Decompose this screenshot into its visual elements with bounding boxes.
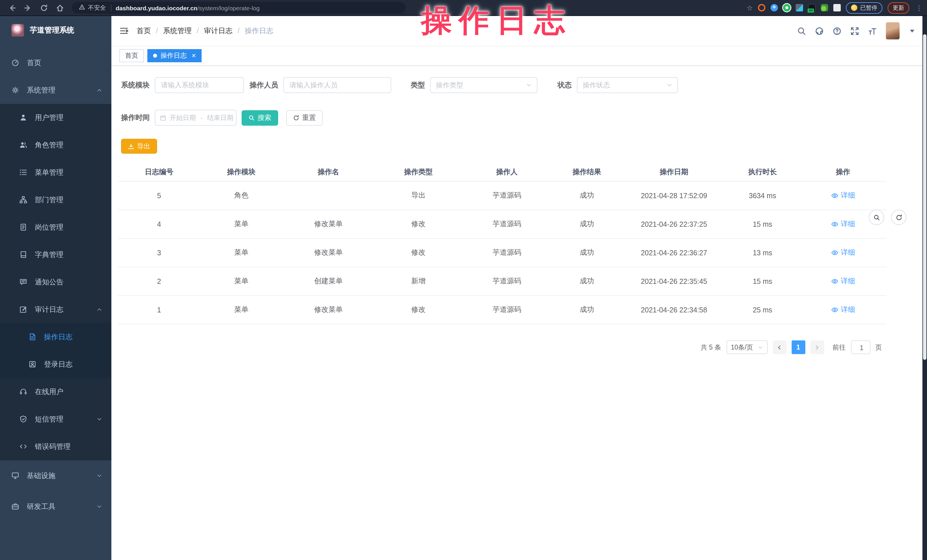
cell-name: 修改菜单 bbox=[283, 210, 374, 238]
col-date: 操作日期 bbox=[623, 163, 725, 181]
help-icon[interactable] bbox=[833, 27, 841, 35]
search-icon[interactable] bbox=[797, 27, 806, 35]
breadcrumb-system[interactable]: 系统管理 bbox=[163, 26, 191, 36]
avatar-caret-down-icon[interactable] bbox=[910, 29, 915, 32]
detail-link[interactable]: 详细 bbox=[831, 219, 855, 229]
cell-log-id: 2 bbox=[118, 267, 200, 296]
export-button[interactable]: 导出 bbox=[121, 139, 157, 154]
cell-module: 菜单 bbox=[200, 210, 283, 238]
prev-page-button[interactable] bbox=[772, 340, 786, 354]
sidebar-item-dict-mgmt[interactable]: 字典管理 bbox=[0, 241, 111, 269]
update-button[interactable]: 更新 bbox=[887, 2, 909, 14]
sidebar-item-login-log[interactable]: 登录日志 bbox=[0, 351, 111, 378]
detail-link[interactable]: 详细 bbox=[831, 276, 855, 286]
sidebar-item-online-users[interactable]: 在线用户 bbox=[0, 378, 111, 405]
cell-module: 菜单 bbox=[200, 296, 283, 324]
forward-icon[interactable] bbox=[24, 4, 32, 12]
extension-on-badge: on bbox=[808, 9, 814, 12]
sidebar-item-system-mgmt[interactable]: 系统管理 bbox=[0, 76, 111, 104]
sidebar-item-label: 登录日志 bbox=[44, 360, 73, 369]
filter-row-1: 系统模块 操作人员 类型 操作类型 状态 操作状态 bbox=[121, 77, 922, 93]
module-input[interactable] bbox=[155, 81, 243, 89]
start-date-placeholder: 开始日期 bbox=[170, 113, 196, 122]
breadcrumb-home[interactable]: 首页 bbox=[137, 26, 151, 36]
extension-icon-4[interactable] bbox=[796, 4, 803, 11]
breadcrumb-audit[interactable]: 审计日志 bbox=[204, 26, 233, 36]
sidebar-item-sms-mgmt[interactable]: 短信管理 bbox=[0, 405, 111, 433]
sidebar-item-audit-log[interactable]: 审计日志 bbox=[0, 296, 111, 323]
chevron-left-icon bbox=[777, 344, 782, 350]
extension-icon-5[interactable]: on bbox=[808, 4, 816, 11]
browser-menu-icon[interactable]: ⋮ bbox=[916, 4, 922, 12]
user-avatar[interactable] bbox=[886, 22, 900, 39]
bookmark-star-icon[interactable]: ☆ bbox=[746, 4, 753, 12]
export-button-label: 导出 bbox=[137, 142, 150, 150]
sidebar-item-home[interactable]: 首页 bbox=[0, 49, 111, 76]
tag-home[interactable]: 首页 bbox=[119, 49, 144, 62]
next-page-button[interactable] bbox=[810, 340, 824, 354]
chevron-down-icon bbox=[667, 82, 672, 88]
page-size-select[interactable]: 10条/页 bbox=[726, 340, 767, 354]
extension-icon-6[interactable] bbox=[821, 4, 828, 11]
cell-operator: 芋道源码 bbox=[463, 210, 551, 238]
sidebar-item-operate-log[interactable]: 操作日志 bbox=[0, 323, 111, 351]
download-icon bbox=[128, 143, 134, 149]
cell-name: 修改菜单 bbox=[283, 238, 374, 267]
sidebar-item-post-mgmt[interactable]: 岗位管理 bbox=[0, 214, 111, 241]
type-select[interactable]: 操作类型 bbox=[430, 77, 538, 93]
cell-result: 成功 bbox=[551, 181, 623, 210]
extensions-puzzle-icon[interactable] bbox=[833, 4, 841, 11]
extension-icon-2[interactable] bbox=[770, 4, 778, 11]
detail-link-label: 详细 bbox=[841, 190, 855, 200]
end-date-placeholder: 结束日期 bbox=[207, 113, 233, 122]
goto-page-input[interactable] bbox=[851, 341, 872, 355]
font-size-icon[interactable] bbox=[868, 27, 877, 35]
close-icon[interactable]: ✕ bbox=[191, 53, 196, 59]
reload-icon[interactable] bbox=[40, 4, 48, 12]
type-select-placeholder: 操作类型 bbox=[436, 80, 463, 90]
sidebar-item-error-code[interactable]: 错误码管理 bbox=[0, 433, 111, 460]
col-module: 操作模块 bbox=[200, 163, 283, 181]
scrollbar-thumb[interactable] bbox=[923, 34, 926, 360]
app-logo-row[interactable]: 芋道管理系统 bbox=[0, 16, 111, 44]
breadcrumb-separator: / bbox=[238, 27, 240, 35]
tag-operate-log[interactable]: 操作日志 ✕ bbox=[147, 49, 202, 62]
sidebar-item-dept-mgmt[interactable]: 部门管理 bbox=[0, 186, 111, 214]
home-icon[interactable] bbox=[56, 4, 64, 12]
page-size-value: 10条/页 bbox=[731, 343, 753, 352]
cell-date: 2021-04-26 22:34:58 bbox=[623, 296, 725, 324]
sidebar-item-label: 角色管理 bbox=[35, 140, 64, 150]
sidebar: 芋道管理系统 首页 系统管理 用户管理 角色管理 bbox=[0, 16, 111, 560]
fullscreen-icon[interactable] bbox=[851, 27, 859, 35]
back-icon[interactable] bbox=[8, 4, 16, 12]
address-bar[interactable]: 不安全 dashboard.yudao.iocoder.cn/system/lo… bbox=[72, 2, 406, 14]
search-button[interactable]: 搜索 bbox=[242, 110, 278, 125]
operator-input[interactable] bbox=[284, 81, 391, 89]
date-range-picker[interactable]: 开始日期 - 结束日期 bbox=[155, 110, 237, 126]
extension-icon-3[interactable] bbox=[783, 4, 790, 11]
profile-paused-chip[interactable]: 已暂停 bbox=[846, 2, 883, 14]
detail-link[interactable]: 详细 bbox=[831, 247, 855, 257]
org-tree-icon bbox=[20, 196, 29, 204]
status-select[interactable]: 操作状态 bbox=[577, 77, 678, 93]
sidebar-item-menu-mgmt[interactable]: 菜单管理 bbox=[0, 159, 111, 186]
hide-search-button[interactable] bbox=[869, 209, 884, 225]
sidebar-item-role-mgmt[interactable]: 角色管理 bbox=[0, 131, 111, 159]
sidebar-item-infrastructure[interactable]: 基础设施 bbox=[0, 460, 111, 491]
reset-button[interactable]: 重置 bbox=[286, 110, 323, 125]
sidebar-item-label: 在线用户 bbox=[35, 387, 64, 397]
github-icon[interactable] bbox=[815, 27, 824, 35]
refresh-button[interactable] bbox=[891, 209, 906, 225]
detail-link[interactable]: 详细 bbox=[831, 305, 855, 314]
extension-icon-1[interactable] bbox=[758, 4, 765, 11]
announcement-icon bbox=[20, 278, 29, 286]
sidebar-item-user-mgmt[interactable]: 用户管理 bbox=[0, 104, 111, 131]
page-number-current[interactable]: 1 bbox=[791, 340, 805, 354]
collapse-sidebar-icon[interactable] bbox=[119, 26, 129, 35]
sidebar-item-notice[interactable]: 通知公告 bbox=[0, 269, 111, 296]
sidebar-item-label: 审计日志 bbox=[35, 305, 64, 314]
sidebar-item-label: 岗位管理 bbox=[35, 222, 64, 232]
sidebar-item-dev-tools[interactable]: 研发工具 bbox=[0, 491, 111, 522]
tag-label: 操作日志 bbox=[161, 52, 187, 60]
detail-link[interactable]: 详细 bbox=[831, 190, 855, 200]
